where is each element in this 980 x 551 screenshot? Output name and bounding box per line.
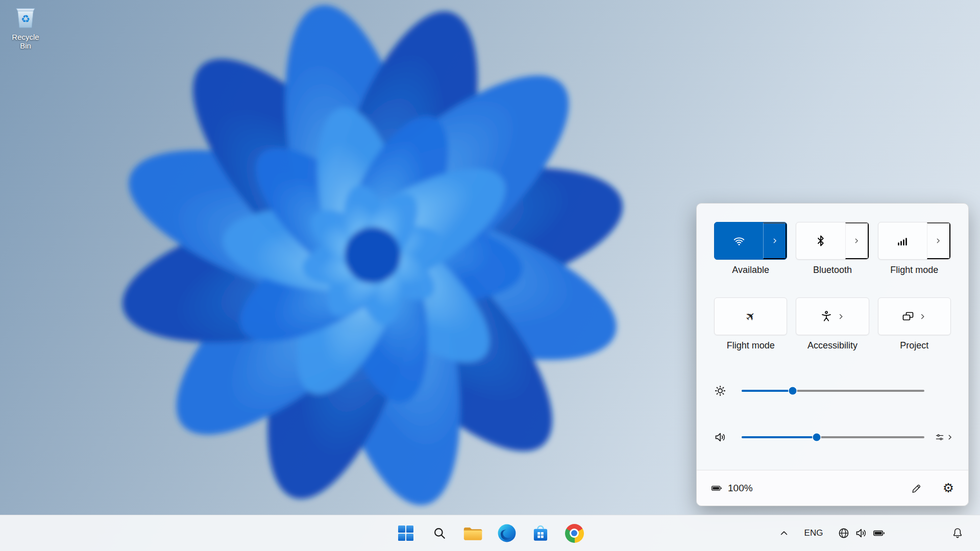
recycle-bin-icon: ♻ bbox=[14, 4, 37, 30]
tile-label-flight-mode: Flight mode bbox=[714, 340, 787, 352]
volume-row bbox=[697, 426, 968, 448]
tile-project: Project bbox=[878, 297, 951, 352]
project-displays-icon bbox=[902, 310, 914, 322]
recycle-bin[interactable]: ♻ Recycle Bin bbox=[6, 4, 45, 50]
system-tray-button[interactable] bbox=[833, 522, 890, 544]
audio-output-mixer-icon bbox=[935, 432, 945, 442]
microsoft-store-button[interactable] bbox=[530, 523, 551, 543]
accessibility-button[interactable] bbox=[796, 297, 869, 335]
mobile-expand-button[interactable] bbox=[927, 222, 950, 259]
chevron-right-icon bbox=[919, 313, 926, 320]
flight-mode-toggle-button[interactable]: ✈ bbox=[714, 297, 787, 335]
bell-icon bbox=[951, 527, 964, 539]
brightness-slider[interactable] bbox=[742, 390, 924, 392]
network-globe-icon bbox=[838, 527, 850, 539]
mobile-toggle-button[interactable] bbox=[878, 222, 927, 259]
brightness-row bbox=[697, 380, 968, 402]
bluetooth-icon bbox=[815, 235, 827, 247]
brightness-slider-thumb[interactable] bbox=[789, 387, 797, 395]
wallpaper-bloom bbox=[15, 0, 730, 510]
taskbar-center-icons bbox=[396, 515, 584, 551]
edit-quick-settings-button[interactable] bbox=[907, 479, 926, 498]
chevron-right-icon bbox=[771, 237, 778, 244]
desktop[interactable]: ♻ Recycle Bin Available bbox=[0, 0, 980, 551]
bluetooth-toggle-button[interactable] bbox=[796, 222, 845, 259]
recycle-glyph: ♻ bbox=[21, 13, 30, 25]
language-switcher[interactable]: ENG bbox=[801, 523, 826, 543]
tile-label-bluetooth: Bluetooth bbox=[796, 265, 869, 276]
quick-settings-panel: Available Bluetooth bbox=[696, 203, 969, 506]
settings-button[interactable]: ⚙ bbox=[939, 479, 958, 498]
tile-wifi: Available bbox=[714, 222, 787, 276]
gear-icon: ⚙ bbox=[943, 482, 954, 494]
volume-output-button[interactable] bbox=[929, 428, 958, 446]
search-button[interactable] bbox=[429, 523, 450, 543]
chrome-icon bbox=[565, 524, 584, 543]
hidden-icons-button[interactable] bbox=[775, 524, 793, 542]
cellular-signal-icon bbox=[896, 235, 909, 247]
notifications-button[interactable] bbox=[947, 523, 968, 543]
windows-start-icon bbox=[398, 525, 414, 541]
speaker-icon bbox=[714, 431, 726, 443]
chrome-button[interactable] bbox=[564, 523, 584, 543]
battery-status-button[interactable]: 100% bbox=[710, 483, 753, 494]
battery-icon bbox=[710, 483, 723, 494]
tile-flight-mode: ✈ Flight mode bbox=[714, 297, 787, 352]
tile-bluetooth: Bluetooth bbox=[796, 222, 869, 276]
airplane-icon: ✈ bbox=[743, 309, 758, 324]
folder-icon bbox=[463, 525, 483, 542]
edge-button[interactable] bbox=[497, 523, 517, 543]
store-bag-icon bbox=[531, 523, 550, 543]
quick-settings-tiles: Available Bluetooth bbox=[714, 222, 951, 352]
search-icon bbox=[433, 527, 446, 540]
pencil-icon bbox=[911, 483, 922, 494]
chevron-up-icon bbox=[779, 528, 789, 538]
quick-settings-footer: 100% ⚙ bbox=[697, 470, 968, 506]
chevron-right-icon bbox=[935, 237, 942, 244]
wifi-expand-button[interactable] bbox=[763, 222, 787, 259]
edge-icon bbox=[497, 523, 517, 543]
tile-mobile: Flight mode bbox=[878, 222, 951, 276]
battery-percent-label: 100% bbox=[728, 483, 753, 494]
speaker-icon bbox=[855, 527, 867, 539]
chevron-right-icon bbox=[853, 237, 860, 244]
taskbar: ENG bbox=[0, 515, 980, 551]
tile-label-accessibility: Accessibility bbox=[796, 340, 869, 352]
file-explorer-button[interactable] bbox=[463, 523, 483, 543]
tile-accessibility: Accessibility bbox=[796, 297, 869, 352]
volume-slider-thumb[interactable] bbox=[813, 434, 820, 441]
recycle-bin-label: Recycle Bin bbox=[6, 33, 45, 50]
brightness-sun-icon bbox=[714, 385, 726, 397]
project-button[interactable] bbox=[878, 297, 951, 335]
tile-label-mobile: Flight mode bbox=[878, 265, 951, 276]
start-button[interactable] bbox=[396, 523, 416, 543]
tile-label-wifi: Available bbox=[714, 265, 787, 276]
volume-slider[interactable] bbox=[742, 436, 924, 438]
wifi-icon bbox=[733, 235, 745, 247]
accessibility-person-icon bbox=[820, 310, 832, 322]
chevron-right-icon bbox=[837, 313, 845, 320]
chevron-right-icon bbox=[946, 434, 953, 441]
wifi-toggle-button[interactable] bbox=[715, 222, 763, 259]
tile-label-project: Project bbox=[878, 340, 951, 352]
battery-icon bbox=[872, 527, 886, 539]
bluetooth-expand-button[interactable] bbox=[845, 222, 869, 259]
